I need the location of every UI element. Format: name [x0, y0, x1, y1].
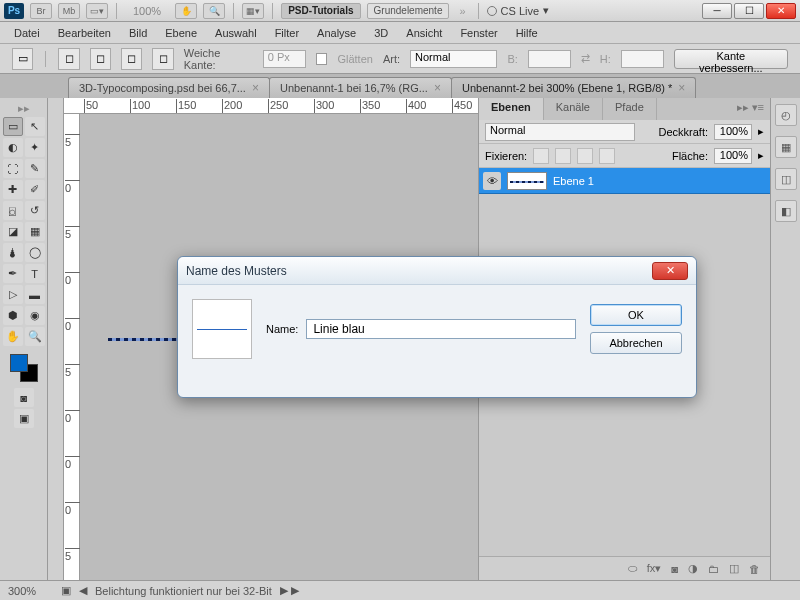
healing-tool[interactable]: ✚: [3, 180, 23, 199]
3d-tool[interactable]: ⬢: [3, 306, 23, 325]
adjustment-layer-icon[interactable]: ◑: [688, 562, 698, 575]
swatches-panel-icon[interactable]: ▦: [775, 136, 797, 158]
arrange-button[interactable]: ▦▾: [242, 3, 264, 19]
eyedropper-tool[interactable]: ✎: [25, 159, 45, 178]
hand-tool[interactable]: ✋: [3, 327, 23, 346]
layer-mask-icon[interactable]: ◙: [671, 563, 678, 575]
hand-tool-icon[interactable]: ✋: [175, 3, 197, 19]
bridge-button[interactable]: Br: [30, 3, 52, 19]
opacity-input[interactable]: 100%: [714, 124, 752, 140]
color-swatch[interactable]: [10, 354, 38, 382]
blur-tool[interactable]: 🌢: [3, 243, 23, 262]
lock-all-icon[interactable]: [599, 148, 615, 164]
menu-hilfe[interactable]: Hilfe: [508, 24, 546, 42]
tab-pfade[interactable]: Pfade: [603, 98, 657, 120]
group-icon[interactable]: 🗀: [708, 563, 719, 575]
width-input[interactable]: [528, 50, 571, 68]
workspace-grundelemente[interactable]: Grundelemente: [367, 3, 450, 19]
fill-flyout-icon[interactable]: ▸: [758, 149, 764, 162]
lock-transparency-icon[interactable]: [533, 148, 549, 164]
document-tab-1[interactable]: 3D-Typocomposing.psd bei 66,7...×: [68, 77, 270, 98]
path-select-tool[interactable]: ▷: [3, 285, 23, 304]
new-layer-icon[interactable]: ◫: [729, 562, 739, 575]
pen-tool[interactable]: ✒: [3, 264, 23, 283]
panel-menu-icon[interactable]: ▸▸ ▾≡: [731, 98, 770, 120]
lock-pixels-icon[interactable]: [555, 148, 571, 164]
move-tool[interactable]: ↖: [25, 117, 45, 136]
ok-button[interactable]: OK: [590, 304, 682, 326]
cs-live-button[interactable]: CS Live▾: [487, 4, 550, 17]
layer-item[interactable]: 👁 Ebene 1: [479, 168, 770, 194]
antialias-checkbox[interactable]: [316, 53, 328, 65]
menu-bild[interactable]: Bild: [121, 24, 155, 42]
menu-fenster[interactable]: Fenster: [452, 24, 505, 42]
lock-position-icon[interactable]: [577, 148, 593, 164]
layer-thumbnail[interactable]: [507, 172, 547, 190]
shape-tool[interactable]: ▬: [25, 285, 45, 304]
menu-3d[interactable]: 3D: [366, 24, 396, 42]
eraser-tool[interactable]: ◪: [3, 222, 23, 241]
magic-wand-tool[interactable]: ✦: [25, 138, 45, 157]
quickmask-button[interactable]: ◙: [14, 388, 34, 407]
marquee-tool[interactable]: ▭: [3, 117, 23, 136]
history-brush-tool[interactable]: ↺: [25, 201, 45, 220]
fill-input[interactable]: 100%: [714, 148, 752, 164]
menu-ansicht[interactable]: Ansicht: [398, 24, 450, 42]
cancel-button[interactable]: Abbrechen: [590, 332, 682, 354]
zoom-display[interactable]: 100%: [125, 5, 169, 17]
menu-ebene[interactable]: Ebene: [157, 24, 205, 42]
selection-new-icon[interactable]: ◻: [58, 48, 79, 70]
blend-mode-select[interactable]: Normal: [485, 123, 635, 141]
crop-tool[interactable]: ⛶: [3, 159, 23, 178]
opacity-flyout-icon[interactable]: ▸: [758, 125, 764, 138]
layer-name[interactable]: Ebene 1: [553, 175, 594, 187]
status-nav-icon[interactable]: ▣: [61, 584, 71, 597]
menu-datei[interactable]: Datei: [6, 24, 48, 42]
gradient-tool[interactable]: ▦: [25, 222, 45, 241]
screenmode-button[interactable]: ▣: [14, 409, 34, 428]
tab-ebenen[interactable]: Ebenen: [479, 98, 544, 120]
minimize-button[interactable]: ─: [702, 3, 732, 19]
menu-filter[interactable]: Filter: [267, 24, 307, 42]
3d-camera-tool[interactable]: ◉: [25, 306, 45, 325]
dialog-close-button[interactable]: ✕: [652, 262, 688, 280]
style-select[interactable]: Normal: [410, 50, 497, 68]
workspace-overflow-icon[interactable]: »: [455, 5, 469, 17]
zoom-tool-icon[interactable]: 🔍: [203, 3, 225, 19]
styles-panel-icon[interactable]: ◧: [775, 200, 797, 222]
minibridge-button[interactable]: Mb: [58, 3, 80, 19]
pattern-name-input[interactable]: [306, 319, 576, 339]
color-panel-icon[interactable]: ◴: [775, 104, 797, 126]
close-button[interactable]: ✕: [766, 3, 796, 19]
marquee-tool-icon[interactable]: ▭: [12, 48, 33, 70]
close-tab-icon[interactable]: ×: [252, 81, 259, 95]
delete-layer-icon[interactable]: 🗑: [749, 563, 760, 575]
document-tab-2[interactable]: Unbenannt-1 bei 16,7% (RG...×: [269, 77, 452, 98]
close-tab-icon[interactable]: ×: [434, 81, 441, 95]
maximize-button[interactable]: ☐: [734, 3, 764, 19]
workspace-psd-tutorials[interactable]: PSD-Tutorials: [281, 3, 360, 19]
menu-bearbeiten[interactable]: Bearbeiten: [50, 24, 119, 42]
adjustments-panel-icon[interactable]: ◫: [775, 168, 797, 190]
brush-tool[interactable]: ✐: [25, 180, 45, 199]
dodge-tool[interactable]: ◯: [25, 243, 45, 262]
selection-intersect-icon[interactable]: ◻: [152, 48, 173, 70]
status-zoom[interactable]: 300%: [8, 585, 53, 597]
link-layers-icon[interactable]: ⬭: [628, 562, 637, 575]
visibility-eye-icon[interactable]: 👁: [483, 172, 501, 190]
close-tab-icon[interactable]: ×: [678, 81, 685, 95]
swap-dims-icon[interactable]: ⇄: [581, 52, 590, 65]
height-input[interactable]: [621, 50, 664, 68]
screen-mode-button[interactable]: ▭▾: [86, 3, 108, 19]
type-tool[interactable]: T: [25, 264, 45, 283]
refine-edge-button[interactable]: Kante verbessern...: [674, 49, 788, 69]
selection-subtract-icon[interactable]: ◻: [121, 48, 142, 70]
selection-add-icon[interactable]: ◻: [90, 48, 111, 70]
tab-kanale[interactable]: Kanäle: [544, 98, 603, 120]
zoom-tool[interactable]: 🔍: [25, 327, 45, 346]
stamp-tool[interactable]: ⌼: [3, 201, 23, 220]
lasso-tool[interactable]: ◐: [3, 138, 23, 157]
menu-analyse[interactable]: Analyse: [309, 24, 364, 42]
menu-auswahl[interactable]: Auswahl: [207, 24, 265, 42]
document-tab-3[interactable]: Unbenannt-2 bei 300% (Ebene 1, RGB/8) *×: [451, 77, 696, 98]
